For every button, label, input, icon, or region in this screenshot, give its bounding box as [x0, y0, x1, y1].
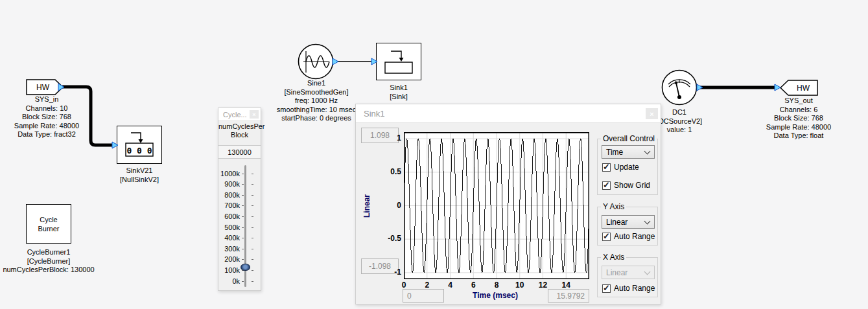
checkbox-label: Update [614, 163, 639, 172]
block-detail: [SineSmoothedGen] [264, 88, 368, 97]
slider-tick-mark [242, 249, 244, 249]
x-axis-group: X Axis Linear Auto Range [597, 257, 658, 297]
checkbox-box [602, 233, 611, 241]
slider-tick-mark [242, 184, 244, 185]
slider-tick-label: 700k [220, 201, 240, 209]
slider-tick-label: 1000k [220, 170, 240, 177]
update-checkbox[interactable]: Update [602, 163, 639, 172]
sys-in-labels: SYS_in Channels: 10Block Size: 768Sample… [1, 95, 92, 139]
slider-tick-label: 200k [220, 255, 240, 263]
overall-control-group: Overall Control Time Update Show Grid [597, 139, 658, 195]
slider-tick-mark [242, 259, 244, 260]
x-tick-label: 4 [441, 280, 460, 290]
slider-tick-mark [242, 216, 244, 217]
slider-window-title: Cycle... [223, 111, 247, 119]
x-tick-label: 8 [487, 280, 506, 290]
y-tick-label: 0.5 [374, 167, 401, 176]
y-tick-label: 1 [374, 133, 401, 143]
slider-tick-mark [252, 216, 253, 217]
slider-tick-label: 600k [220, 212, 240, 220]
sys-in-hw-label: HW [36, 83, 50, 92]
sink-icon [377, 43, 420, 79]
block-detail: Channels: 10 [1, 104, 92, 113]
x-tick-label: 12 [534, 280, 553, 290]
x-axis-title: Time (msec) [450, 291, 541, 300]
x-max-readout-field[interactable]: 15.9792 [548, 289, 589, 303]
block-detail: Data Type: float [753, 132, 844, 141]
checkbox-box [602, 284, 611, 293]
sink1-labels: Sink1 [Sink] [360, 84, 438, 101]
block-detail: freq: 1000 Hz [264, 97, 368, 106]
block-detail: smoothingTime: 10 msec [264, 106, 368, 115]
scope-window-close-button[interactable]: × [646, 108, 658, 119]
slider-tick-label: 0k [220, 277, 240, 285]
slider-tick-label: 500k [220, 223, 240, 231]
sys-in-block[interactable]: HW [26, 79, 65, 96]
block-name: Sink1 [360, 84, 438, 93]
cycleburner-slider-window: Cycle... × numCyclesPerBlock 130000 1000… [218, 108, 261, 291]
block-name: SYS_in [1, 95, 92, 104]
slider-scale: 1000k900k800k700k600k500k400k300k200k100… [218, 159, 262, 292]
block-detail: numCyclesPerBlock: 130000 [0, 266, 97, 275]
sink1-block[interactable] [376, 43, 421, 80]
slider-window-close-button[interactable]: × [250, 110, 259, 119]
y-axis-dropdown[interactable]: Linear [602, 215, 655, 229]
y-tick-label: -0.5 [374, 234, 401, 243]
slider-tick-mark [242, 227, 244, 228]
slider-tick-mark [252, 281, 253, 282]
slider-tick-mark [242, 238, 244, 238]
y-tick-label: -1 [374, 268, 401, 277]
block-body-line: Cycle [40, 215, 58, 224]
slider-tick-mark [242, 195, 244, 196]
overall-control-legend: Overall Control [601, 134, 657, 143]
slider-value-field[interactable]: 130000 [218, 146, 261, 158]
y-axis-dropdown-value: Linear [606, 218, 628, 227]
slider-param-name-line: numCyclesPer [218, 122, 261, 131]
y-axis-legend: Y Axis [601, 202, 626, 211]
slider-tick-label: 100k [220, 266, 240, 274]
x-axis-dropdown-value: Linear [606, 268, 628, 277]
y-auto-range-checkbox[interactable]: Auto Range [602, 232, 655, 241]
show-grid-checkbox[interactable]: Show Grid [602, 181, 650, 190]
x-min-readout-field[interactable]: 0 [403, 289, 444, 303]
slider-tick-label: 800k [220, 191, 240, 199]
dc1-block[interactable] [661, 69, 699, 106]
x-axis-dropdown[interactable]: Linear [602, 266, 655, 279]
chevron-down-icon [644, 148, 651, 154]
slider-tick-mark [252, 195, 253, 196]
sys-out-block[interactable]: HW [779, 80, 818, 97]
slider-tick-label: 300k [220, 245, 240, 253]
audio-weaver-layout-canvas: HW SYS_in Channels: 10Block Size: 768Sam… [0, 0, 868, 309]
y-tick-label: 0 [374, 201, 401, 210]
slider-tick-mark [242, 281, 244, 282]
block-detail: [Sink] [360, 93, 438, 102]
slider-thumb[interactable] [240, 264, 250, 271]
overall-control-dropdown[interactable]: Time [602, 145, 655, 159]
scope-window-titlebar[interactable]: Sink1 [356, 104, 661, 123]
slider-tick-mark [252, 184, 253, 185]
x-axis-legend: X Axis [601, 253, 626, 262]
slider-tick-mark [252, 259, 253, 260]
block-detail: Block Size: 768 [753, 114, 844, 123]
x-tick-label: 14 [556, 280, 576, 290]
sinkv21-block[interactable]: 0 0 0 [117, 126, 162, 164]
sine1-labels: Sine1 [SineSmoothedGen]freq: 1000 Hzsmoo… [264, 79, 368, 123]
slider-tick-mark [252, 227, 253, 228]
x-tick-label: 2 [417, 280, 437, 290]
checkbox-box [602, 163, 611, 172]
checkbox-label: Auto Range [614, 284, 655, 293]
slider-param-name: numCyclesPerBlock [218, 122, 261, 139]
x-tick-label: 6 [463, 280, 483, 290]
cycleburner-labels: CycleBurner1 [CycleBurner]numCyclesPerBl… [0, 248, 97, 275]
block-detail: Channels: 6 [753, 106, 844, 115]
slider-param-name-line: Block [218, 131, 261, 139]
x-auto-range-checkbox[interactable]: Auto Range [602, 284, 655, 293]
chevron-down-icon [644, 268, 651, 275]
slider-tick-label: 900k [220, 180, 240, 188]
checkbox-label: Auto Range [614, 232, 655, 241]
x-tick-label: 10 [510, 280, 530, 290]
cycleburner-block[interactable]: CycleBurner [26, 204, 71, 244]
slider-tick-mark [252, 249, 253, 249]
y-axis-title: Linear [361, 132, 373, 279]
sine1-block[interactable] [298, 43, 335, 80]
